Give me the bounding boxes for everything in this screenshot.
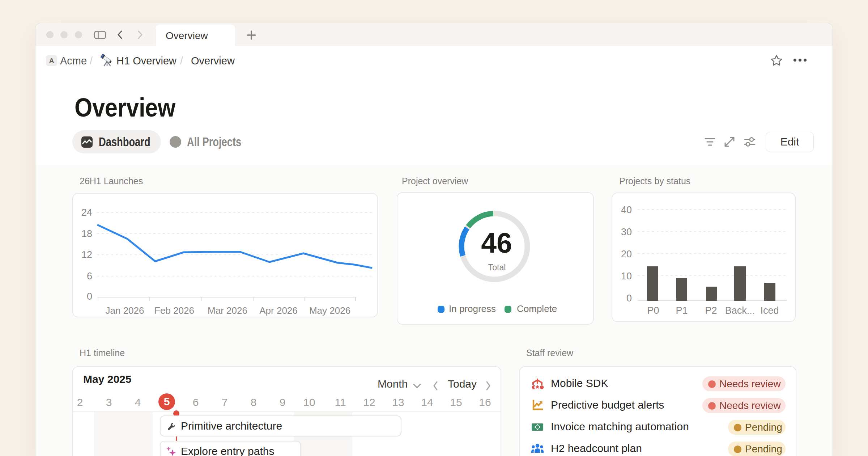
svg-text:10: 10 bbox=[621, 271, 632, 282]
svg-text:40: 40 bbox=[621, 204, 632, 215]
svg-text:Back...: Back... bbox=[725, 305, 755, 316]
svg-text:Complete: Complete bbox=[517, 303, 557, 314]
svg-text:P1: P1 bbox=[676, 305, 688, 316]
svg-text:0: 0 bbox=[626, 293, 632, 304]
svg-text:18: 18 bbox=[81, 228, 92, 239]
svg-text:Iced: Iced bbox=[760, 305, 779, 316]
svg-text:Feb 2026: Feb 2026 bbox=[154, 305, 194, 316]
svg-text:12: 12 bbox=[81, 249, 92, 260]
svg-text:0: 0 bbox=[87, 291, 92, 302]
svg-text:Mar 2026: Mar 2026 bbox=[208, 305, 247, 316]
svg-text:30: 30 bbox=[621, 227, 632, 237]
svg-text:46: 46 bbox=[481, 227, 512, 258]
svg-text:6: 6 bbox=[87, 271, 92, 282]
svg-text:Total: Total bbox=[488, 263, 506, 272]
svg-text:20: 20 bbox=[621, 249, 632, 259]
svg-text:24: 24 bbox=[81, 207, 92, 218]
svg-text:In progress: In progress bbox=[449, 303, 496, 314]
svg-text:May 2026: May 2026 bbox=[309, 305, 350, 316]
svg-text:P0: P0 bbox=[647, 305, 659, 316]
svg-text:Jan 2026: Jan 2026 bbox=[106, 305, 144, 316]
svg-text:P2: P2 bbox=[705, 305, 717, 316]
svg-text:Apr 2026: Apr 2026 bbox=[259, 305, 298, 316]
